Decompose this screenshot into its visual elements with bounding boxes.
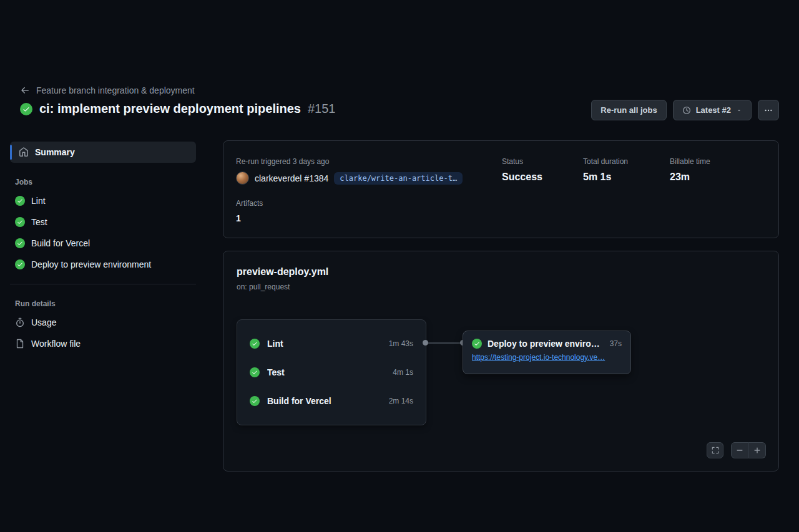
graph-job-lint[interactable]: Lint 1m 43s (237, 329, 426, 358)
graph-job-duration: 4m 1s (393, 368, 413, 377)
workflow-run-page: Feature branch integration & deployment … (0, 0, 799, 532)
graph-connector-dot (423, 340, 428, 346)
deploy-preview-link[interactable]: https://testing-project.io-technology.ve… (472, 353, 622, 362)
sidebar-item-summary[interactable]: Summary (10, 142, 196, 163)
total-duration-label: Total duration (583, 157, 628, 166)
graph-job-build-for-vercel[interactable]: Build for Vercel 2m 14s (237, 387, 426, 415)
billable-time-column: Billable time 23m (670, 157, 710, 183)
workflow-filename: preview-deploy.yml (237, 266, 328, 278)
workflow-trigger: on: pull_request (237, 283, 290, 291)
more-options-button[interactable] (758, 100, 779, 120)
success-check-icon (15, 238, 25, 248)
run-details-section-header: Run details (15, 299, 196, 308)
jobs-section-header: Jobs (15, 178, 196, 186)
stopwatch-icon (15, 317, 25, 327)
sidebar: Summary Jobs Lint Test Build for Vercel … (10, 142, 196, 354)
run-summary-card: Re-run triggered 3 days ago clarkeverdel… (223, 140, 779, 238)
graph-job-label: Test (267, 367, 385, 377)
zoom-button-group (731, 442, 766, 458)
home-icon (19, 147, 29, 157)
latest-attempt-button[interactable]: Latest #2 (673, 100, 752, 120)
graph-job-test[interactable]: Test 4m 1s (237, 358, 426, 387)
actor-name: clarkeverdel #1384 (255, 173, 328, 183)
status-column: Status Success (502, 157, 542, 183)
header-actions: Re-run all jobs Latest #2 (591, 100, 779, 120)
page-title-row: ci: implement preview deployment pipelin… (20, 102, 336, 116)
sidebar-job-lint[interactable]: Lint (10, 190, 196, 211)
success-check-icon (250, 367, 260, 377)
sidebar-job-label: Deploy to preview environment (31, 259, 151, 269)
breadcrumb[interactable]: Feature branch integration & deployment (36, 85, 195, 95)
run-number: #151 (308, 102, 336, 116)
success-check-icon (20, 103, 32, 115)
sidebar-job-label: Build for Vercel (31, 238, 90, 248)
total-duration-column: Total duration 5m 1s (583, 157, 628, 183)
success-check-icon (250, 396, 260, 406)
status-label: Status (502, 157, 542, 166)
status-value: Success (502, 172, 542, 183)
fullscreen-icon (712, 447, 719, 454)
graph-zoom-controls (707, 442, 766, 458)
chevron-down-icon (736, 107, 742, 114)
graph-job-duration: 2m 14s (389, 397, 413, 405)
sidebar-item-label: Summary (35, 147, 75, 157)
sidebar-item-label: Usage (31, 317, 56, 327)
success-check-icon (472, 339, 482, 349)
graph-job-duration: 1m 43s (389, 339, 413, 348)
sidebar-item-label: Workflow file (31, 339, 81, 349)
page-title: ci: implement preview deployment pipelin… (39, 102, 301, 116)
artifacts-value: 1 (236, 213, 241, 223)
active-indicator (10, 145, 12, 160)
graph-connector-line (426, 342, 463, 344)
sidebar-job-deploy-to-preview-environment[interactable]: Deploy to preview environment (10, 254, 196, 275)
graph-job-deploy-box[interactable]: Deploy to preview environ… 37s https://t… (463, 331, 631, 374)
success-check-icon (15, 259, 25, 269)
fullscreen-button[interactable] (707, 442, 723, 458)
clock-icon (682, 106, 691, 115)
workflow-file-icon (15, 339, 25, 349)
graph-job-label: Deploy to preview environ… (488, 339, 604, 349)
sidebar-job-test[interactable]: Test (10, 211, 196, 233)
billable-time-value: 23m (670, 172, 710, 183)
workflow-graph-card: preview-deploy.yml on: pull_request Lint… (223, 251, 779, 472)
avatar[interactable] (236, 172, 249, 185)
artifacts-label: Artifacts (236, 199, 263, 208)
sidebar-item-usage[interactable]: Usage (10, 312, 196, 333)
graph-job-label: Lint (267, 339, 381, 349)
deploy-job-header: Deploy to preview environ… 37s (472, 339, 622, 349)
graph-job-label: Build for Vercel (267, 396, 381, 406)
success-check-icon (15, 196, 25, 206)
zoom-out-button[interactable] (731, 442, 748, 458)
back-arrow-icon[interactable] (20, 85, 30, 95)
sidebar-job-build-for-vercel[interactable]: Build for Vercel (10, 233, 196, 254)
sidebar-job-label: Test (31, 217, 47, 227)
kebab-icon (764, 106, 773, 115)
minus-icon (736, 447, 743, 454)
sidebar-item-workflow-file[interactable]: Workflow file (10, 333, 196, 354)
divider (10, 284, 196, 284)
rerun-all-jobs-button[interactable]: Re-run all jobs (591, 100, 666, 120)
success-check-icon (15, 217, 25, 227)
breadcrumb-row: Feature branch integration & deployment (20, 85, 195, 95)
total-duration-value: 5m 1s (583, 172, 628, 183)
actor-row: clarkeverdel #1384 clarke/write-an-artic… (236, 172, 463, 185)
graph-job-duration: 37s (610, 339, 622, 348)
branch-badge[interactable]: clarke/write-an-article-t… (334, 172, 463, 185)
zoom-in-button[interactable] (748, 442, 766, 458)
latest-attempt-label: Latest #2 (696, 105, 731, 115)
success-check-icon (250, 339, 260, 349)
plus-icon (753, 447, 761, 454)
rerun-triggered-text: Re-run triggered 3 days ago (236, 157, 329, 166)
sidebar-job-label: Lint (31, 196, 46, 206)
jobs-group-box: Lint 1m 43s Test 4m 1s Build for Vercel … (237, 319, 426, 425)
billable-time-label: Billable time (670, 157, 710, 166)
